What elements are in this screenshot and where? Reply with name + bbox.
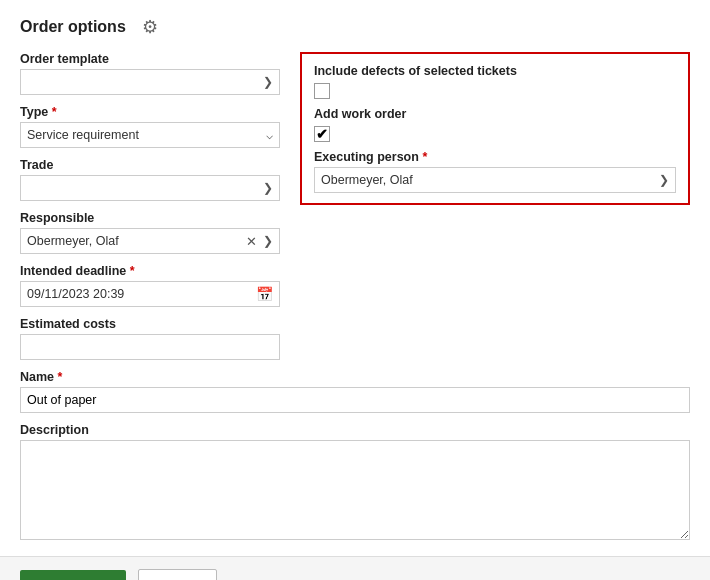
trade-arrow-icon: ❯ xyxy=(263,181,273,195)
responsible-label: Responsible xyxy=(20,211,280,225)
add-work-order-checkbox[interactable]: ✔ xyxy=(314,126,330,142)
trade-label: Trade xyxy=(20,158,280,172)
description-group: Description xyxy=(20,423,690,540)
footer-bar: Apply to all Cancel xyxy=(0,556,710,580)
type-group: Type * Service requirement ⌵ xyxy=(20,105,280,148)
responsible-arrow-icon[interactable]: ❯ xyxy=(263,234,273,248)
responsible-group: Responsible Obermeyer, Olaf ✕ ❯ xyxy=(20,211,280,254)
left-column: Order template ❯ Type * Service requirem… xyxy=(20,52,280,360)
name-group: Name * xyxy=(20,370,690,413)
name-input[interactable] xyxy=(20,387,690,413)
type-chevron-icon: ⌵ xyxy=(266,128,273,142)
order-template-arrow-icon: ❯ xyxy=(263,75,273,89)
include-defects-checkbox-row xyxy=(314,83,676,99)
add-work-order-checkbox-row: ✔ xyxy=(314,126,676,142)
description-label: Description xyxy=(20,423,690,437)
page-title: Order options xyxy=(20,18,126,36)
calendar-icon[interactable]: 📅 xyxy=(256,286,273,302)
order-template-group: Order template ❯ xyxy=(20,52,280,95)
right-column: Include defects of selected tickets Add … xyxy=(300,52,690,360)
main-container: Order options ⚙ Order template ❯ Type * xyxy=(0,0,710,540)
add-work-order-label: Add work order xyxy=(314,107,676,121)
intended-deadline-input[interactable]: 09/11/2023 20:39 📅 xyxy=(20,281,280,307)
include-defects-checkbox[interactable] xyxy=(314,83,330,99)
name-label: Name * xyxy=(20,370,690,384)
estimated-costs-input[interactable] xyxy=(20,334,280,360)
include-defects-group: Include defects of selected tickets xyxy=(314,64,676,99)
executing-person-value: Obermeyer, Olaf xyxy=(321,173,659,187)
estimated-costs-label: Estimated costs xyxy=(20,317,280,331)
order-template-input[interactable]: ❯ xyxy=(20,69,280,95)
include-defects-label: Include defects of selected tickets xyxy=(314,64,676,78)
estimated-costs-group: Estimated costs xyxy=(20,317,280,360)
deadline-value: 09/11/2023 20:39 xyxy=(27,287,256,301)
content-area: Order template ❯ Type * Service requirem… xyxy=(20,52,690,360)
header-row: Order options ⚙ xyxy=(20,16,690,38)
executing-person-label: Executing person * xyxy=(314,150,676,164)
defects-box: Include defects of selected tickets Add … xyxy=(300,52,690,205)
name-required-star: * xyxy=(58,370,63,384)
order-template-label: Order template xyxy=(20,52,280,66)
trade-input[interactable]: ❯ xyxy=(20,175,280,201)
type-select[interactable]: Service requirement ⌵ xyxy=(20,122,280,148)
responsible-clear-icon[interactable]: ✕ xyxy=(246,234,257,249)
full-width-section: Name * Description xyxy=(20,370,690,540)
gear-icon[interactable]: ⚙ xyxy=(142,16,158,38)
executing-person-arrow-icon: ❯ xyxy=(659,173,669,187)
responsible-value: Obermeyer, Olaf xyxy=(27,234,246,248)
executing-person-input[interactable]: Obermeyer, Olaf ❯ xyxy=(314,167,676,193)
intended-deadline-label: Intended deadline * xyxy=(20,264,280,278)
trade-group: Trade ❯ xyxy=(20,158,280,201)
responsible-input[interactable]: Obermeyer, Olaf ✕ ❯ xyxy=(20,228,280,254)
description-textarea[interactable] xyxy=(20,440,690,540)
type-value: Service requirement xyxy=(27,128,266,142)
intended-deadline-group: Intended deadline * 09/11/2023 20:39 📅 xyxy=(20,264,280,307)
add-work-order-group: Add work order ✔ xyxy=(314,107,676,142)
cancel-button[interactable]: Cancel xyxy=(138,569,216,580)
executing-person-group: Executing person * Obermeyer, Olaf ❯ xyxy=(314,150,676,193)
deadline-required-star: * xyxy=(130,264,135,278)
type-label: Type * xyxy=(20,105,280,119)
type-required-star: * xyxy=(52,105,57,119)
apply-all-button[interactable]: Apply to all xyxy=(20,570,126,580)
executing-required-star: * xyxy=(422,150,427,164)
